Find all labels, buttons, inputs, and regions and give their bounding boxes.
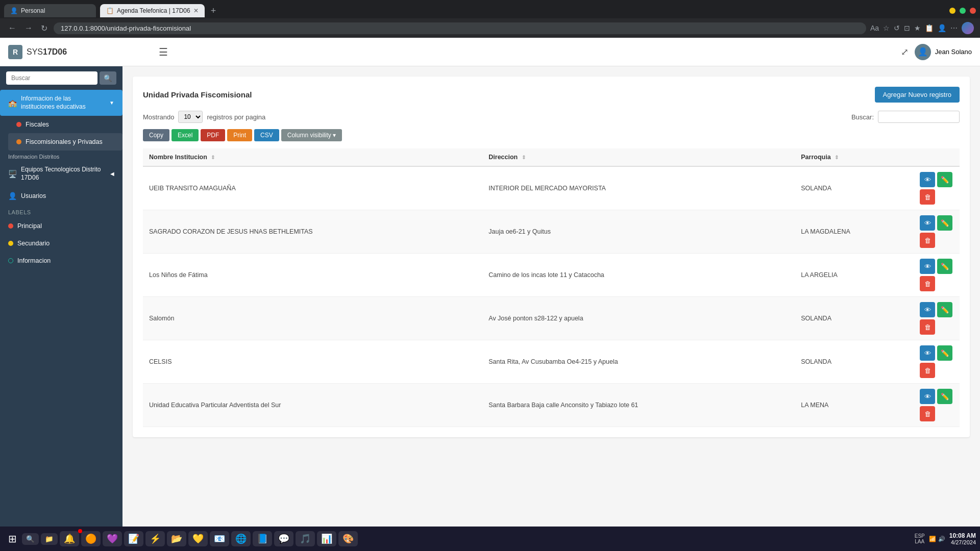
read-mode-btn[interactable]: Aa — [870, 24, 879, 32]
app5-icon: 📂 — [171, 533, 182, 544]
taskbar-app7[interactable]: 📧 — [210, 531, 229, 546]
profile-btn[interactable]: 👤 — [938, 24, 946, 32]
edit-btn[interactable]: ✏️ — [937, 302, 952, 317]
sidebar-item-instituciones-label: Informacion de las instituciones educati… — [21, 95, 105, 111]
taskbar-app11[interactable]: 🎵 — [296, 531, 315, 546]
delete-btn[interactable]: 🗑 — [920, 276, 935, 291]
taskbar-app6[interactable]: 💛 — [188, 531, 208, 546]
taskbar-app2[interactable]: 💜 — [103, 531, 122, 546]
view-btn[interactable]: 👁 — [920, 259, 935, 274]
forward-btn[interactable]: → — [22, 21, 35, 35]
sidebar-item-fiscales[interactable]: Fiscales — [8, 116, 122, 133]
sound-icon: 🔊 — [938, 536, 945, 542]
favorites-btn[interactable]: ★ — [914, 24, 921, 32]
section-distritos: Informacion Distritos — [0, 151, 122, 161]
copy-btn[interactable]: Copy — [143, 129, 169, 141]
sidebar-search-btn[interactable]: 🔍 — [100, 71, 116, 85]
lang-bottom: LAA — [915, 539, 924, 544]
logo-icon: R — [8, 45, 22, 59]
sidebar-item-fiscomisionales[interactable]: Fiscomisionales y Privadas — [8, 133, 122, 151]
taskbar-app12[interactable]: 📊 — [317, 531, 336, 546]
view-btn[interactable]: 👁 — [920, 345, 935, 361]
taskbar-app5[interactable]: 📂 — [167, 531, 186, 546]
labels-title: LABELS — [0, 205, 122, 217]
taskbar-app9[interactable]: 📘 — [253, 531, 272, 546]
new-tab-btn[interactable]: + — [211, 6, 216, 16]
taskbar-app1[interactable]: 🟠 — [81, 531, 101, 546]
sidebar-item-equipos[interactable]: 🖥️ Equipos Tecnologicos Distrito 17D06 ◀ — [0, 161, 122, 187]
address-input[interactable] — [54, 22, 866, 34]
edit-btn[interactable]: ✏️ — [937, 389, 952, 404]
cell-parroquia: SOLANDA — [795, 340, 914, 384]
delete-btn[interactable]: 🗑 — [920, 233, 935, 248]
bookmark-btn[interactable]: ☆ — [883, 24, 890, 32]
edit-btn[interactable]: ✏️ — [937, 345, 952, 361]
col-visibility-btn[interactable]: Column visibility ▾ — [281, 129, 342, 141]
edit-btn[interactable]: ✏️ — [937, 172, 952, 187]
hamburger-btn[interactable]: ☰ — [159, 46, 168, 58]
sidebar-item-secundario[interactable]: Secundario — [0, 235, 122, 252]
sidebar-item-principal[interactable]: Principal — [0, 217, 122, 235]
action-row: 👁 ✏️ — [920, 259, 953, 274]
sidebar-search-input[interactable] — [6, 71, 97, 85]
sort-icon-nombre: ⇕ — [211, 155, 215, 160]
start-btn[interactable]: ⊞ — [4, 531, 21, 547]
search-label: Buscar: — [851, 113, 874, 121]
active-tab[interactable]: 📋 Agenda Telefonica | 17D06 ✕ — [100, 4, 205, 17]
delete-btn[interactable]: 🗑 — [920, 319, 935, 335]
view-btn[interactable]: 👁 — [920, 215, 935, 231]
excel-btn[interactable]: Excel — [172, 129, 199, 141]
inactive-tab[interactable]: 👤 Personal — [4, 4, 96, 17]
usuarios-label: Usuarios — [21, 192, 46, 199]
per-page-select[interactable]: 10 25 50 — [178, 111, 203, 123]
taskbar-app8[interactable]: 🌐 — [231, 531, 251, 546]
collections-btn[interactable]: 📋 — [925, 24, 934, 32]
taskbar-app4[interactable]: ⚡ — [145, 531, 165, 546]
add-record-btn[interactable]: Agregar Nuevo registro — [875, 87, 960, 103]
pdf-btn[interactable]: PDF — [201, 129, 225, 141]
action-col: 👁 ✏️ 🗑 — [920, 172, 953, 205]
delete-btn[interactable]: 🗑 — [920, 189, 935, 205]
back-btn[interactable]: ← — [6, 21, 18, 35]
sidebar-item-usuarios[interactable]: 👤 Usuarios — [0, 187, 122, 205]
edit-btn[interactable]: ✏️ — [937, 215, 952, 231]
taskbar-clock[interactable]: 10:08 AM 4/27/2024 — [949, 532, 976, 545]
view-btn[interactable]: 👁 — [920, 389, 935, 404]
taskbar-search-btn[interactable]: 🔍 — [22, 533, 39, 545]
minimize-btn[interactable] — [949, 8, 955, 14]
user-info[interactable]: 👤 Jean Solano — [915, 44, 972, 60]
refresh-btn[interactable]: ↺ — [894, 24, 900, 32]
view-btn[interactable]: 👁 — [920, 172, 935, 187]
taskbar-fileexplorer-btn[interactable]: 📁 — [41, 533, 58, 545]
sidebar-item-instituciones[interactable]: 🏫 Informacion de las instituciones educa… — [0, 90, 122, 116]
fullscreen-btn[interactable]: ⤢ — [901, 46, 909, 58]
edit-btn[interactable]: ✏️ — [937, 259, 952, 274]
sidebar-item-informacion[interactable]: Informacion — [0, 252, 122, 269]
more-btn[interactable]: ⋯ — [950, 24, 958, 32]
taskbar-notify-btn[interactable]: 🔔 — [60, 531, 79, 546]
csv-btn[interactable]: CSV — [254, 129, 279, 141]
user-name: Jean Solano — [935, 48, 972, 56]
action-col: 👁 ✏️ 🗑 — [920, 389, 953, 421]
action-col: 👁 ✏️ 🗑 — [920, 259, 953, 291]
taskbar-app3[interactable]: 📝 — [124, 531, 143, 546]
close-btn[interactable] — [970, 8, 976, 14]
split-view-btn[interactable]: ⊡ — [904, 24, 910, 32]
tab-close-btn[interactable]: ✕ — [193, 7, 199, 14]
delete-btn[interactable]: 🗑 — [920, 363, 935, 378]
page-header: Unidad Privada Fiscomisional Agregar Nue… — [143, 87, 960, 103]
action-row: 👁 ✏️ — [920, 215, 953, 231]
action-row-del: 🗑 — [920, 406, 953, 421]
taskbar-app13[interactable]: 🎨 — [338, 531, 358, 546]
delete-btn[interactable]: 🗑 — [920, 406, 935, 421]
maximize-btn[interactable] — [960, 8, 966, 14]
view-btn[interactable]: 👁 — [920, 302, 935, 317]
fiscales-dot — [16, 122, 21, 127]
print-btn[interactable]: Print — [227, 129, 252, 141]
taskbar-app10[interactable]: 💬 — [274, 531, 293, 546]
active-tab-label: Agenda Telefonica | 17D06 — [117, 7, 190, 14]
search-input[interactable] — [878, 111, 960, 123]
app4-icon: ⚡ — [150, 533, 161, 544]
cell-parroquia: SOLANDA — [795, 166, 914, 210]
reload-btn[interactable]: ↻ — [39, 21, 50, 35]
